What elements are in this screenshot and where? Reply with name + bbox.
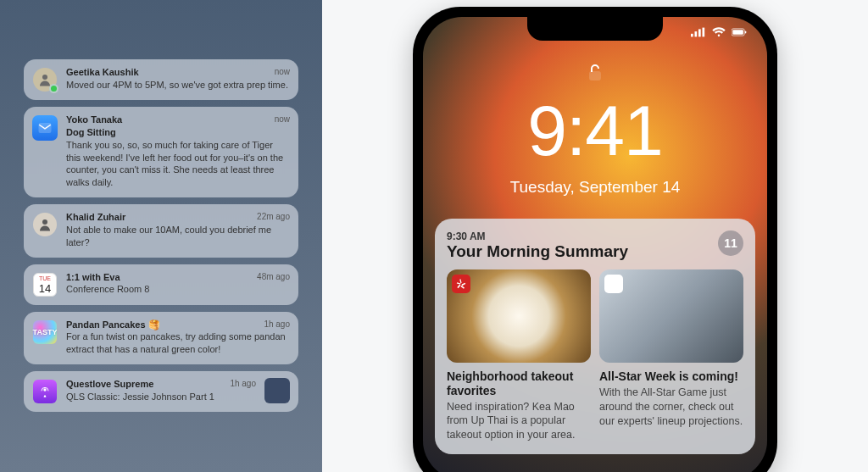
notification-item[interactable]: Geetika Kaushik now Moved our 4PM to 5PM… <box>24 59 298 100</box>
summary-count-badge[interactable]: 11 <box>718 230 743 256</box>
calendar-day-number: 14 <box>39 283 51 294</box>
svg-point-2 <box>42 219 47 225</box>
svg-rect-5 <box>695 31 698 36</box>
notification-body: For a fun twist on pancakes, try adding … <box>66 330 290 356</box>
avatar <box>32 66 58 92</box>
svg-rect-10 <box>745 31 746 34</box>
notification-timestamp: 48m ago <box>257 271 290 283</box>
notification-body: Moved our 4PM to 5PM, so we've got extra… <box>66 79 290 92</box>
notification-timestamp: now <box>275 114 290 125</box>
calendar-app-icon: TUE 14 <box>32 271 58 297</box>
signal-icon <box>691 27 706 40</box>
notification-body: QLS Classic: Jessie Johnson Part 1 <box>66 391 256 403</box>
yelp-app-badge-icon <box>452 275 470 293</box>
svg-rect-11 <box>590 72 600 80</box>
lock-screen-date: Tuesday, September 14 <box>423 178 767 197</box>
notification-body: Conference Room 8 <box>66 283 290 296</box>
summary-tile-image <box>447 269 591 363</box>
notification-timestamp: 1h ago <box>264 319 290 330</box>
notification-item[interactable]: TASTY Pandan Pancakes 🥞 1h ago For a fun… <box>24 312 298 365</box>
svg-rect-6 <box>698 29 701 36</box>
summary-tile[interactable]: Neighborhood takeout favorites Need insp… <box>447 269 591 442</box>
battery-icon <box>732 27 747 40</box>
notification-sender: Questlove Supreme <box>66 378 153 391</box>
mail-app-icon <box>32 114 58 189</box>
tasty-app-icon: TASTY <box>32 319 58 357</box>
notification-sender: Yoko Tanaka <box>66 114 122 126</box>
notification-sender: Pandan Pancakes 🥞 <box>66 319 160 331</box>
notification-timestamp: 1h ago <box>230 378 256 390</box>
svg-point-3 <box>43 388 46 391</box>
notification-subject: Dog Sitting <box>66 126 290 139</box>
notch <box>527 17 663 41</box>
notification-item[interactable]: Questlove Supreme 1h ago QLS Classic: Je… <box>24 371 298 412</box>
status-bar <box>691 27 747 40</box>
summary-title: Your Morning Summary <box>447 242 628 261</box>
notification-item[interactable]: Yoko Tanaka now Dog Sitting Thank you so… <box>24 107 298 197</box>
morning-summary-card[interactable]: 9:30 AM Your Morning Summary 11 Neighbor… <box>435 219 755 454</box>
wifi-icon <box>711 27 726 40</box>
notification-body: Not able to make our 10AM, could you deb… <box>66 224 290 249</box>
notification-body: Thank you so, so, so much for taking car… <box>66 139 290 189</box>
summary-tile-image: E <box>599 269 743 363</box>
presence-dot-icon <box>49 84 58 93</box>
lock-screen-time: 9:41 <box>423 90 767 172</box>
summary-tile-body: With the All-Star Game just around the c… <box>599 386 743 429</box>
espn-app-badge-icon: E <box>604 275 623 293</box>
notification-sender: 1:1 with Eva <box>66 271 120 284</box>
notification-sender: Khalid Zuhair <box>66 211 125 224</box>
notification-panel: Geetika Kaushik now Moved our 4PM to 5PM… <box>0 0 322 472</box>
notification-timestamp: now <box>275 66 290 78</box>
svg-rect-9 <box>732 30 743 35</box>
summary-tile[interactable]: E All-Star Week is coming! With the All-… <box>599 269 743 442</box>
notification-item[interactable]: Khalid Zuhair 22m ago Not able to make o… <box>24 204 298 258</box>
lock-screen[interactable]: 9:41 Tuesday, September 14 9:30 AM Your … <box>423 17 767 472</box>
podcast-artwork-thumb-icon <box>264 378 290 403</box>
summary-time: 9:30 AM <box>447 230 628 242</box>
svg-rect-7 <box>703 28 705 37</box>
notification-timestamp: 22m ago <box>257 211 290 223</box>
summary-tile-headline: Neighborhood takeout favorites <box>447 369 591 398</box>
device-preview-panel: 9:41 Tuesday, September 14 9:30 AM Your … <box>322 0 868 472</box>
podcast-app-icon <box>32 378 58 403</box>
notification-item[interactable]: TUE 14 1:1 with Eva 48m ago Conference R… <box>24 264 298 305</box>
summary-tile-body: Need inspiration? Kea Mao from Up Thai i… <box>447 400 591 443</box>
summary-tile-headline: All-Star Week is coming! <box>599 369 743 384</box>
phone-frame: 9:41 Tuesday, September 14 9:30 AM Your … <box>413 7 777 472</box>
avatar <box>32 211 58 249</box>
notification-sender: Geetika Kaushik <box>66 66 139 79</box>
svg-point-0 <box>42 75 47 80</box>
svg-rect-4 <box>691 34 693 37</box>
lock-icon <box>423 63 767 86</box>
